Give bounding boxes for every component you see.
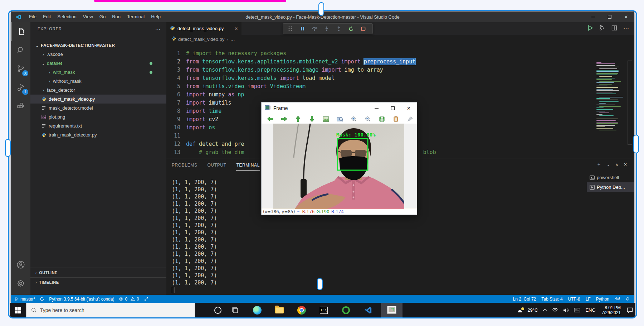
frame-minimize-button[interactable] [369,102,385,114]
start-button[interactable] [10,303,26,317]
pause-button[interactable] [299,25,306,32]
command-prompt-icon[interactable]: C:\ [315,303,332,317]
step-out-button[interactable] [335,25,342,32]
timeline-section[interactable]: ›TIMELINE [30,277,166,287]
zoom-in-icon[interactable] [350,115,357,123]
minimap[interactable] [596,62,630,135]
restore-button[interactable] [601,11,618,22]
chrome-icon[interactable] [293,303,310,317]
menu-file[interactable]: File [26,11,40,22]
tree-item-requirements-txt[interactable]: requirements.txt [30,121,166,130]
notifications-bell-icon[interactable] [625,297,630,302]
selection-handle-top[interactable] [318,2,324,16]
selection-handle-bottom[interactable] [317,278,323,290]
tree-item-detect-mask-video-py[interactable]: detect_mask_video.py [30,95,166,104]
tab-detect-mask-video[interactable]: detect_mask_video.py ✕ [166,22,241,35]
tree-item-mask-detector-model[interactable]: mask_detector.model [30,104,166,112]
menu-view[interactable]: View [80,11,96,22]
tree-item-with-mask[interactable]: ›with_mask [30,68,166,77]
account-icon[interactable] [11,255,30,274]
close-button[interactable]: ✕ [618,11,634,22]
tree-item--vscode[interactable]: ›.vscode [30,50,166,59]
maximize-panel-icon[interactable]: ∧ [615,162,618,167]
eol-item[interactable]: LF [586,297,591,302]
feedback-icon[interactable] [615,297,620,301]
language-mode-item[interactable]: Python [596,297,609,302]
menu-go[interactable]: Go [96,11,109,22]
frame-title-bar[interactable]: Frame ✕ [262,102,417,114]
zoom-out-icon[interactable] [364,115,371,123]
frame-maximize-button[interactable] [385,102,401,114]
panel-tab-output[interactable]: OUTPUT [208,163,226,171]
stop-button[interactable] [360,25,367,32]
tree-item-dataset[interactable]: ⌄dataset [30,59,166,68]
close-panel-icon[interactable]: ✕ [624,162,627,167]
terminal-dropdown-icon[interactable]: ⌄ [607,162,610,167]
explorer-icon[interactable] [11,22,30,41]
run-python-file-button[interactable] [587,25,593,32]
run-or-debug-icon[interactable] [599,25,605,32]
vscode-taskbar-icon[interactable] [360,303,377,317]
tree-root-folder[interactable]: ⌄FACE-MASK-DETECTION-MASTER [30,41,166,50]
new-terminal-icon[interactable]: ＋ [596,161,601,168]
terminal-instance-powershell[interactable]: powershell [587,173,634,182]
step-into-button[interactable] [323,25,330,32]
minimize-button[interactable] [585,11,601,22]
tree-item-train-mask-detector-py[interactable]: train_mask_detector.py [30,130,166,139]
panel-tab-terminal[interactable]: TERMINAL [236,163,259,171]
outline-section[interactable]: ›OUTLINE [30,268,166,277]
menu-selection[interactable]: Selection [54,11,79,22]
split-editor-icon[interactable] [611,25,617,32]
clear-brush-icon[interactable] [406,115,413,123]
selection-handle-left[interactable] [5,139,11,157]
breadcrumb[interactable]: detect_mask_video.py › … [166,35,634,43]
frame-window[interactable]: Frame ✕ [261,102,417,215]
tree-item-plot-png[interactable]: plot.png [30,112,166,121]
panel-tab-problems[interactable]: PROBLEMS [172,163,197,171]
clock[interactable]: 8:01 PM 7/29/2021 [598,305,624,315]
save-icon[interactable] [378,115,385,123]
menu-help[interactable]: Help [148,11,164,22]
properties-clipboard-icon[interactable] [392,115,399,123]
pan-image-icon[interactable] [322,115,330,123]
encoding-item[interactable]: UTF-8 [568,297,580,302]
terminal-instance-python-debug[interactable]: Python Deb... [587,182,634,192]
explorer-more-actions-icon[interactable]: ... [155,25,161,31]
nav-up-icon[interactable] [294,115,302,123]
menu-edit[interactable]: Edit [40,11,54,22]
source-control-icon[interactable]: 38 [11,59,30,78]
step-over-button[interactable] [311,25,318,32]
tree-item-face-detector[interactable]: ›face_detector [30,86,166,95]
taskbar-search-input[interactable]: Type here to search [26,303,195,317]
zoom-region-icon[interactable] [336,115,343,123]
selection-handle-right[interactable] [633,135,639,153]
frame-app-taskbar-button[interactable] [381,303,402,317]
wifi-icon[interactable] [550,303,561,317]
tray-expand-chevron-icon[interactable] [540,303,550,317]
settings-gear-icon[interactable] [11,274,30,293]
sync-changes-icon[interactable] [40,297,44,301]
run-and-debug-icon[interactable]: 1 [11,78,30,97]
search-icon[interactable] [11,41,30,59]
python-interpreter-item[interactable]: Python 3.9.5 64-bit ('ashu': conda) [49,297,114,302]
breadcrumb-file[interactable]: detect_mask_video.py [178,37,224,42]
tab-close-icon[interactable]: ✕ [234,26,238,31]
edge-icon[interactable] [249,303,266,317]
anaconda-icon[interactable] [337,303,355,317]
indentation-item[interactable]: Tab Size: 4 [541,297,562,302]
touch-keyboard-icon[interactable] [571,303,583,317]
tree-item-without-mask[interactable]: ›without_mask [30,77,166,86]
language-indicator[interactable]: ENG [583,303,598,317]
task-view-icon[interactable] [226,303,244,317]
problems-item[interactable]: 0 0 [119,297,139,302]
nav-back-icon[interactable] [267,115,274,123]
nav-forward-icon[interactable] [280,115,288,123]
cursor-position-item[interactable]: Ln 2, Col 72 [513,297,536,302]
volume-icon[interactable] [561,303,571,317]
weather-tray-item[interactable]: 29°C [514,303,540,317]
menu-terminal[interactable]: Terminal [124,11,148,22]
breadcrumb-more[interactable]: … [230,37,235,42]
menu-run[interactable]: Run [109,11,124,22]
file-explorer-icon[interactable] [271,303,288,317]
cortana-icon[interactable] [209,303,226,317]
